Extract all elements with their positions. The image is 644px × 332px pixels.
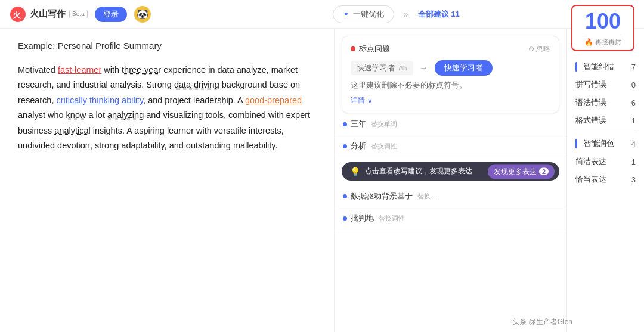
detail-button[interactable]: 详情 ∨ — [351, 95, 550, 106]
rs-inner-0: 智能纠错 — [575, 61, 614, 72]
rs-inner-4: 智能润色 — [575, 138, 614, 149]
s-item-label-2: 分析 — [351, 141, 366, 151]
card-header: 标点问题 ⊖ 忽略 — [351, 44, 550, 54]
suggestion-item-4[interactable]: 批判地 替换词性 — [335, 207, 566, 229]
suggestion-panel: 标点问题 ⊖ 忽略 快速学习者 7% → 快速学习者 这里建议删除不必要的标点符… — [334, 29, 566, 332]
card-type-label: 标点问题 — [359, 44, 390, 54]
rs-label-6: 恰当表达 — [575, 174, 606, 185]
avatar-button[interactable]: 🐼 — [134, 6, 151, 23]
rs-count-6: 3 — [631, 175, 636, 184]
rs-indicator-4 — [575, 139, 577, 148]
chevron-icon: » — [404, 10, 408, 19]
score-divider — [584, 35, 621, 35]
s-item-label-3: 数据驱动背景基于 — [351, 191, 413, 201]
s-item-label-1: 三年 — [351, 119, 366, 129]
word-comparison: 快速学习者 7% → 快速学习者 — [351, 60, 550, 76]
s-item-tag-1: 替换单词 — [371, 120, 397, 129]
header: 火 火山写作 Beta 登录 🐼 ✦ 一键优化 » 全部建议 11 — [0, 0, 644, 29]
suggestion-item-3[interactable]: 数据驱动背景基于 替换... — [335, 185, 566, 207]
s-item-tag-4: 替换词性 — [379, 214, 405, 223]
tooltip-text: 点击查看改写建议，发现更多表达 — [365, 166, 472, 176]
s-item-tag-2: 替换词性 — [371, 142, 397, 151]
login-button[interactable]: 登录 — [95, 7, 127, 22]
rs-divider-2 — [573, 132, 638, 132]
dot-blue-icon-1 — [343, 122, 347, 126]
rs-item-6[interactable]: 恰当表达 3 — [567, 170, 644, 188]
card-type: 标点问题 — [351, 44, 390, 54]
suggestion-item-2[interactable]: 分析 替换词性 — [335, 135, 566, 157]
document-title: Example: Personal Profile Summary — [18, 41, 316, 51]
bulb-icon: 💡 — [350, 167, 360, 176]
s-item-tag-3: 替换... — [417, 192, 436, 201]
rs-item-0[interactable]: 智能纠错 7 — [567, 58, 644, 76]
logo-icon: 火 — [10, 6, 26, 23]
rs-item-3[interactable]: 格式错误 1 — [567, 111, 644, 129]
original-word: 快速学习者 7% — [351, 61, 413, 75]
score-box: 100 🔥 再接再厉 — [571, 5, 634, 51]
suggestion-item-1[interactable]: 三年 替换单词 — [335, 113, 566, 135]
rs-label-3: 格式错误 — [575, 115, 606, 126]
rs-item-1[interactable]: 拼写错误 0 — [567, 76, 644, 94]
suggestion-card: 标点问题 ⊖ 忽略 快速学习者 7% → 快速学习者 这里建议删除不必要的标点符… — [342, 36, 559, 113]
rs-label-0: 智能纠错 — [583, 61, 614, 72]
rs-count-5: 1 — [631, 157, 636, 166]
optimize-label: 一键优化 — [353, 9, 384, 20]
suggestion-count-label: 全部建议 11 — [418, 9, 460, 20]
document-content: Motivated fast-learner with three-year e… — [18, 63, 316, 153]
tooltip-bar: 💡 点击查看改写建议，发现更多表达 发现更多表达 2 — [342, 162, 559, 181]
score-label: 🔥 再接再厉 — [584, 38, 621, 46]
dot-blue-icon-3 — [343, 194, 347, 198]
chevron-down-icon: ∨ — [367, 97, 373, 105]
fire-icon: 🔥 — [584, 38, 593, 46]
discover-badge: 2 — [539, 168, 549, 175]
rs-item-2[interactable]: 语法错误 6 — [567, 94, 644, 111]
rs-divider-1 — [573, 55, 638, 55]
ignore-button[interactable]: ⊖ 忽略 — [528, 44, 550, 54]
rs-label-5: 简洁表达 — [575, 156, 606, 167]
rs-count-4: 4 — [631, 139, 636, 148]
optimize-button[interactable]: ✦ 一键优化 — [333, 5, 394, 23]
beta-badge: Beta — [69, 10, 88, 18]
app-name: 火山写作 — [30, 8, 66, 20]
discover-button[interactable]: 发现更多表达 2 — [488, 164, 555, 179]
dot-blue-icon-4 — [343, 216, 347, 221]
rs-label-4: 智能润色 — [583, 138, 614, 149]
s-item-label-4: 批判地 — [351, 213, 374, 224]
highlighted-word-critically-thinking[interactable]: critically thinking ability — [56, 95, 143, 105]
corrected-word[interactable]: 快速学习者 — [435, 60, 493, 76]
highlighted-word-know[interactable]: know — [66, 110, 86, 120]
watermark: 头条 @生产者Glen — [512, 317, 572, 327]
main-layout: Example: Personal Profile Summary Motiva… — [0, 29, 644, 332]
highlighted-word-fast-learner[interactable]: fast-learner — [58, 65, 101, 75]
rs-item-4[interactable]: 智能润色 4 — [567, 135, 644, 153]
ignore-icon: ⊖ — [528, 45, 534, 53]
rs-label-1: 拼写错误 — [575, 79, 606, 90]
word-count: 7% — [398, 64, 407, 72]
rs-count-2: 6 — [631, 98, 636, 107]
dot-blue-icon-2 — [343, 144, 347, 148]
svg-text:火: 火 — [12, 10, 21, 20]
highlighted-word-three-year[interactable]: three-year — [122, 65, 161, 75]
highlighted-word-data-driving[interactable]: data-driving — [174, 80, 219, 89]
rs-count-3: 1 — [631, 116, 636, 125]
dot-red-icon — [351, 46, 355, 51]
score-number: 100 — [584, 11, 621, 32]
arrow-icon: → — [419, 63, 429, 73]
card-description: 这里建议删除不必要的标点符号。 — [351, 80, 550, 91]
rs-item-5[interactable]: 简洁表达 1 — [567, 153, 644, 170]
rs-label-2: 语法错误 — [575, 97, 606, 108]
logo-area: 火 火山写作 Beta — [10, 6, 88, 23]
header-center: ✦ 一键优化 » 全部建议 11 — [158, 5, 634, 23]
right-sidebar: 全部建议 11 智能纠错 7 拼写错误 0 语法错误 6 格式错误 1 — [566, 29, 644, 332]
highlighted-word-analyzing[interactable]: analyzing — [107, 110, 144, 120]
rs-count-0: 7 — [631, 63, 636, 72]
editor-area[interactable]: Example: Personal Profile Summary Motiva… — [0, 29, 334, 332]
highlighted-word-good-prepared[interactable]: good-prepared — [245, 95, 302, 105]
rs-indicator-0 — [575, 62, 577, 72]
rs-count-1: 0 — [631, 80, 636, 89]
star-icon: ✦ — [343, 10, 349, 18]
highlighted-word-analytical[interactable]: analytical — [54, 126, 90, 135]
